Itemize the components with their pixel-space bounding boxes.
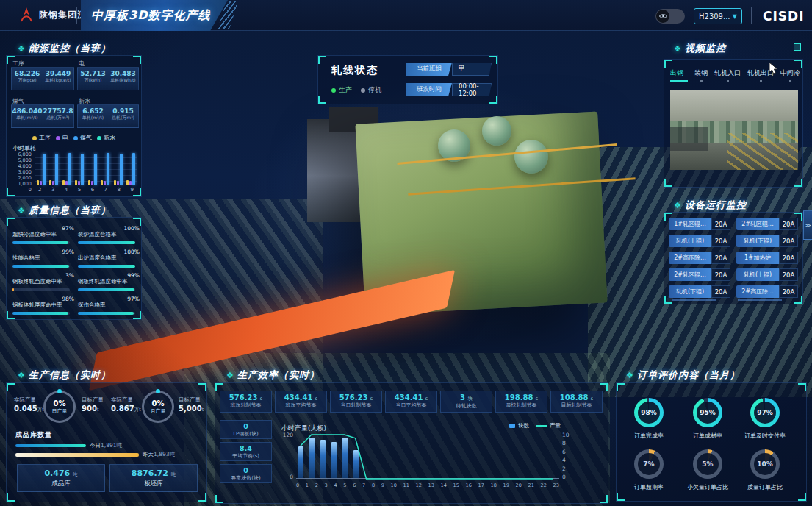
legend-item-stopped: 停机 [361,85,381,95]
y-tick: 5,000 [18,157,32,163]
video-panel: 出钢 装钢 轧机入口 轧机出口 中间冷 电加热 [664,59,803,188]
energy-unit: 单耗(kWh/t) [108,77,138,84]
quality-label: 装炉温度合格率 [78,231,117,238]
quality-label: 钢板终轧凸度命中率 [12,278,62,285]
device-current: 20A [779,252,798,264]
stock-today-row: 今日1,891吨 [15,442,122,449]
tab-tapping[interactable]: 出钢 [670,68,688,82]
y-tick: 4 [562,457,574,463]
energy-card: 6.652单耗(m³/t) 0.915总耗(万m³) [77,104,139,128]
production-title: ❖ 生产信息（实时） [18,368,111,382]
x-tick: 19 [503,482,509,488]
progress-bar [78,241,135,244]
unit: 块 [467,396,473,402]
donut-percent: 97% [754,402,776,424]
energy-cell: 52.713万(kWh) [78,68,108,90]
y-tick: 1,000 [18,181,32,187]
x-tick: 6 [353,482,356,488]
actual-value: 0.045万t [14,405,44,413]
quality-panel: 超快冷温度命中率97% 装炉温度合格率100% 性能合格率99% 出炉温度合格率… [6,217,142,320]
energy-value: 27757.8 [43,107,73,115]
page-title: 中厚板3D数字化产线 [81,8,210,24]
energy-unit: 单耗(kgce/t) [43,77,73,84]
device-label: 2#高压除... [669,252,711,264]
device-row: 轧机(上辊)20A [669,235,730,247]
diamond-icon: ❖ [226,371,234,380]
left-axis: 1200 [274,432,293,480]
x-tick: 9 [381,482,384,488]
progress-fill [12,241,68,244]
visibility-toggle[interactable] [655,9,685,24]
label: 昨天 [143,451,154,457]
device-label: 轧机(下辊) [736,235,779,247]
box-label: 成品库 [18,480,104,488]
target-value: 900t [82,405,98,413]
energy-unit: 总耗(万m³) [43,115,73,121]
donut-label: 订单完成率 [619,432,678,440]
y-tick: 0 [562,474,574,480]
quality-item: 钢板终轧凸度命中率3% [12,272,73,291]
donut-quality-ratio: 10% [750,449,780,479]
side-collapse-tab[interactable]: ≫ [803,210,812,240]
scroll-indicator[interactable] [672,299,716,301]
unit: 吨 [171,471,176,477]
unit: s [536,396,538,402]
donut-label: 质量订单占比 [736,483,794,491]
x-tick: 23 [553,482,559,488]
progress-bar [78,288,135,291]
bar [101,180,103,185]
bar [68,153,71,185]
stat-card: 434.41 s当日平均节奏 [385,391,437,413]
progress-bar [12,288,70,291]
energy-cell: 30.483单耗(kWh/t) [108,68,138,90]
quality-title: ❖ 质量信息（当班） [18,204,111,217]
stat-label: 平均节奏(s) [220,452,271,460]
energy-card: 52.713万(kWh) 30.483单耗(kWh/t) [77,67,139,90]
unit: s [425,396,428,402]
production-panel: 实际产量 0.045万t 0% 日产量 目标产量 900t 实际产量 0.867… [6,382,207,502]
bar [52,181,54,185]
legend-label: 产量 [550,422,561,430]
progress-fill [78,312,134,315]
progress-bar [12,312,70,315]
progress-fill [78,241,135,244]
energy-card: 68.226万(kgce) 39.449单耗(kgce/t) [11,67,74,90]
side-stat: 0LP钢板(块) [220,420,272,439]
energy-card: 486.040单耗(m³/t) 27757.8总耗(万m³) [11,104,74,128]
panel-collapse-icon[interactable] [794,43,801,51]
actual-value: 0.867万t [111,405,141,413]
progress-fill [12,288,14,291]
device-label: 2#轧区辊... [669,268,711,281]
tab-intercooling[interactable]: 中间冷 [780,68,800,82]
x-tick: 5 [343,482,346,488]
stat-label: 班次平均节奏 [276,402,326,409]
bar [75,180,77,185]
quality-label: 钢板终轧温度命中率 [78,278,128,285]
value: 3 [460,393,465,402]
energy-value: 486.040 [12,107,43,115]
y-tick: 10 [562,432,574,438]
camera-feed[interactable] [670,90,798,170]
shift-select[interactable]: H2309... ▼ [694,8,742,24]
device-row: 轧机(下辊)20A [736,235,798,247]
stat-value: 198.88 s [496,393,547,402]
y-tick: 120 [283,432,293,438]
x-tick: 21 [528,482,534,488]
box-value: 0.476 吨 [18,468,104,478]
device-row: 2#高压除...20A [669,252,730,264]
device-current: 20A [711,285,730,298]
x-tick: 11 [403,482,409,488]
stat-card: 576.23 s班次轧制节奏 [220,391,272,413]
quality-pct: 100% [124,249,140,255]
chevron-down-icon: ▼ [733,13,737,20]
x-tick: 7 [362,482,365,488]
tab-mill-entry[interactable]: 轧机入口 [714,68,741,82]
scroll-indicator[interactable] [738,299,782,301]
device-label: 1#加热炉 [736,252,779,264]
bar [78,181,80,185]
tab-charging[interactable]: 装钢 [694,68,708,82]
line-status-panel: 轧线状态 生产 停机 当前班组 甲 班次时间 00:00-12:00 [317,55,498,104]
y-tick: 2,000 [18,175,32,181]
stock-today-label: 今日1,891吨 [90,442,122,449]
device-current: 20A [779,285,798,298]
